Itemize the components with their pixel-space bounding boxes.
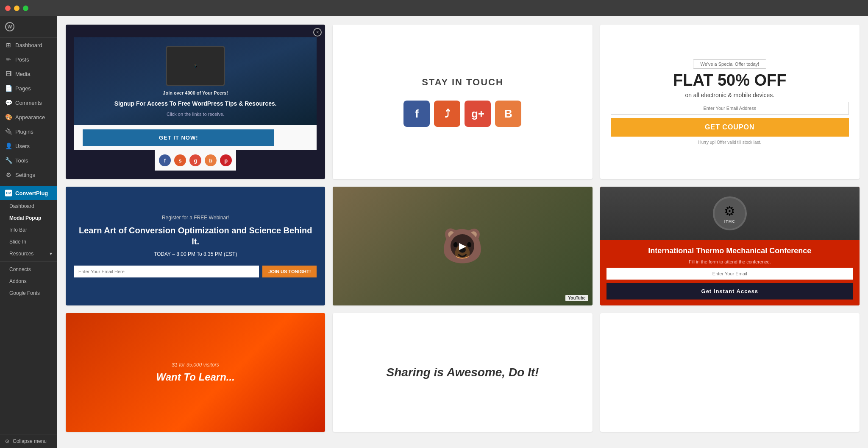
webinar-tag: Register for a FREE Webinar! xyxy=(162,215,229,221)
card-video[interactable]: 🐻 ▶ YouTube xyxy=(333,187,592,305)
plugins-icon: 🔌 xyxy=(5,128,12,135)
blogger-large-icon[interactable]: B xyxy=(495,101,521,127)
sidebar-item-comments[interactable]: 💬 Comments xyxy=(0,95,57,110)
posts-icon: ✏ xyxy=(5,56,12,63)
settings-icon: ⚙ xyxy=(5,171,12,178)
wp-logo: W xyxy=(5,22,14,31)
app-layout: W ⊞ Dashboard ✏ Posts 🎞 Media 📄 Pages 💬 … xyxy=(0,16,868,448)
card-sharing: Sharing is Awesome, Do It! xyxy=(333,313,592,432)
info-bar-label: Info Bar xyxy=(9,227,27,233)
sidebar-item-plugins[interactable]: 🔌 Plugins xyxy=(0,124,57,139)
facebook-icon[interactable]: f xyxy=(159,154,171,166)
stay-in-touch-title: STAY IN TOUCH xyxy=(422,77,504,88)
sidebar-item-label: Settings xyxy=(15,172,35,178)
join-webinar-btn[interactable]: JOIN US TONIGHT! xyxy=(262,266,317,277)
flat-50-subtitle: on all electronic & mobile devices. xyxy=(685,92,774,98)
slide-in-label: Slide In xyxy=(9,239,26,245)
webinar-title: Learn Art of Conversion Optimization and… xyxy=(74,225,317,247)
pages-icon: 📄 xyxy=(5,85,12,92)
wp-logo-container: W xyxy=(0,16,57,38)
conference-bottom: International Thermo Mechanical Conferen… xyxy=(600,240,860,305)
stumbleupon-icon[interactable]: s xyxy=(174,154,186,166)
card-stay-in-touch: STAY IN TOUCH f ⤴ g+ B xyxy=(333,25,592,179)
sidebar: W ⊞ Dashboard ✏ Posts 🎞 Media 📄 Pages 💬 … xyxy=(0,16,57,448)
sidebar-item-addons[interactable]: Addons xyxy=(0,275,57,287)
sidebar-item-settings[interactable]: ⚙ Settings xyxy=(0,168,57,182)
sidebar-item-users[interactable]: 👤 Users xyxy=(0,139,57,153)
dashboard-icon: ⊞ xyxy=(5,42,12,48)
close-window-btn[interactable] xyxy=(5,6,11,11)
sidebar-item-slide-in[interactable]: Slide In xyxy=(0,236,57,248)
cards-grid: × 📱 Join over 4000 of Your Peers! Signup… xyxy=(66,25,860,432)
sidebar-item-pages[interactable]: 📄 Pages xyxy=(0,81,57,95)
get-it-now-btn[interactable]: GET IT NOW! xyxy=(83,129,274,146)
card-close-btn[interactable]: × xyxy=(313,28,322,36)
comments-icon: 💬 xyxy=(5,99,12,106)
webinar-form: JOIN US TONIGHT! xyxy=(74,266,317,277)
sidebar-item-label: Pages xyxy=(15,85,31,92)
sidebar-item-appearance[interactable]: 🎨 Appearance xyxy=(0,110,57,124)
resources-label: Resources xyxy=(9,251,33,257)
title-bar xyxy=(0,0,868,16)
books-title: Want To Learn... xyxy=(156,371,234,383)
sidebar-item-label: Posts xyxy=(15,56,29,63)
books-subtext: $1 for 35,000 visitors xyxy=(172,362,219,368)
sidebar-item-media[interactable]: 🎞 Media xyxy=(0,67,57,81)
media-icon: 🎞 xyxy=(5,70,12,77)
sidebar-item-label: Users xyxy=(15,143,30,149)
card-empty xyxy=(600,313,860,432)
card-conference: ⚙ ITMC International Thermo Mechanical C… xyxy=(600,187,860,305)
blogger-icon[interactable]: b xyxy=(205,154,217,166)
sidebar-item-info-bar[interactable]: Info Bar xyxy=(0,224,57,236)
special-offer-badge: We've a Special Offer today! xyxy=(693,59,766,69)
googleplus-large-icon[interactable]: g+ xyxy=(465,101,491,127)
sidebar-item-posts[interactable]: ✏ Posts xyxy=(0,52,57,67)
conference-access-btn[interactable]: Get Instant Access xyxy=(606,283,853,300)
email-input-coupon[interactable] xyxy=(611,102,849,115)
sidebar-item-label: Media xyxy=(15,71,30,77)
sidebar-item-cp-dashboard[interactable]: Dashboard xyxy=(0,200,57,212)
sidebar-item-label: Comments xyxy=(15,100,42,106)
arrow-icon: ▾ xyxy=(50,251,52,257)
connects-label: Connects xyxy=(9,266,31,272)
pinterest-icon[interactable]: p xyxy=(220,154,232,166)
stumbleupon-large-icon[interactable]: ⤴ xyxy=(434,101,460,127)
collapse-label: Collapse menu xyxy=(13,438,47,444)
sharing-title: Sharing is Awesome, Do It! xyxy=(387,366,539,379)
sidebar-item-label: Tools xyxy=(15,157,28,164)
conference-title: International Thermo Mechanical Conferen… xyxy=(648,246,811,256)
sidebar-item-label: Plugins xyxy=(15,129,33,135)
conference-gear-logo: ⚙ ITMC xyxy=(713,196,747,230)
main-content: × 📱 Join over 4000 of Your Peers! Signup… xyxy=(57,16,868,448)
sidebar-item-modal-popup[interactable]: Modal Popup xyxy=(0,212,57,224)
sidebar-item-dashboard[interactable]: ⊞ Dashboard xyxy=(0,38,57,52)
users-icon: 👤 xyxy=(5,143,12,149)
sidebar-item-label: Appearance xyxy=(15,114,45,120)
webinar-time: TODAY – 8.00 PM To 8.35 PM (EST) xyxy=(154,251,237,257)
conference-subtitle: Fill in the form to attend the conferenc… xyxy=(689,259,771,264)
gear-icon: ⚙ xyxy=(724,204,735,218)
maximize-window-btn[interactable] xyxy=(23,6,28,11)
sidebar-item-tools[interactable]: 🔧 Tools xyxy=(0,153,57,168)
convertplug-header[interactable]: CP ConvertPlug xyxy=(0,186,57,200)
googleplus-icon[interactable]: g xyxy=(189,154,201,166)
conference-logo-area: ⚙ ITMC xyxy=(600,187,860,240)
conference-logo-text: ITMC xyxy=(724,219,735,224)
modal-popup-label: Modal Popup xyxy=(9,215,41,221)
divider xyxy=(0,184,57,184)
minimize-window-btn[interactable] xyxy=(14,6,19,11)
divider-2 xyxy=(0,261,57,262)
card-books: $1 for 35,000 visitors Want To Learn... xyxy=(66,313,325,432)
email-input-conference[interactable] xyxy=(606,268,853,280)
sidebar-item-resources[interactable]: Resources ▾ xyxy=(0,248,57,260)
get-coupon-btn[interactable]: GET COUPON xyxy=(611,118,849,137)
card-wordpress-tips: × 📱 Join over 4000 of Your Peers! Signup… xyxy=(66,25,325,179)
sidebar-item-google-fonts[interactable]: Google Fonts xyxy=(0,287,57,299)
cp-dashboard-label: Dashboard xyxy=(9,203,34,209)
facebook-large-icon[interactable]: f xyxy=(403,101,430,127)
collapse-menu-btn[interactable]: ⊙ Collapse menu xyxy=(0,434,57,448)
social-icons-row: f ⤴ g+ B xyxy=(403,101,521,127)
sidebar-item-connects[interactable]: Connects xyxy=(0,263,57,275)
sidebar-item-label: Dashboard xyxy=(15,42,42,48)
email-input-webinar[interactable] xyxy=(74,266,259,277)
